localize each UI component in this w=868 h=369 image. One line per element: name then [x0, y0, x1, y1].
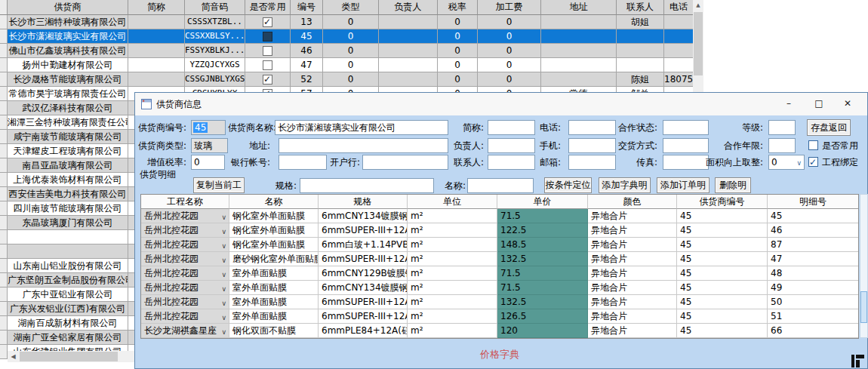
cell-unit[interactable]: m²: [408, 295, 497, 309]
save-return-button[interactable]: 存盘返回: [807, 119, 851, 136]
email-field[interactable]: [568, 155, 616, 170]
cell-price[interactable]: 71.5: [497, 209, 588, 223]
common-checkbox[interactable]: [263, 46, 272, 56]
cell-color[interactable]: 异地合片: [588, 252, 677, 266]
delete-detail-button[interactable]: 删除明细: [715, 177, 751, 193]
cell-color[interactable]: 异地合片: [588, 281, 677, 295]
cell-color[interactable]: 异地合片: [588, 209, 677, 223]
spec-filter-input[interactable]: [300, 178, 434, 193]
col-name[interactable]: 名称: [229, 195, 319, 209]
project-dropdown-cell[interactable]: 岳州北控花园: [141, 209, 229, 223]
cell-name[interactable]: 钢化室外单面贴膜: [229, 238, 319, 252]
cell-supplier[interactable]: 山东南山铝业股份有限公司: [8, 259, 128, 273]
cell-supplier[interactable]: 长沙市三湘特种玻璃有限公司: [8, 15, 128, 29]
cell-supplier[interactable]: 西安佳吉美电力科技有限公司: [8, 187, 128, 201]
col-project[interactable]: 工程名称: [141, 195, 229, 209]
cell-spec[interactable]: 6mmCNY134镀膜钢化: [319, 209, 408, 223]
cell-spec[interactable]: 6mmSUPER-III+12A(硅...: [319, 295, 408, 309]
cell-spec[interactable]: 6mmSUPER-III+12A(硅...: [319, 309, 408, 324]
col-type[interactable]: 类型: [323, 0, 379, 15]
cell-unit[interactable]: m²: [408, 266, 497, 281]
round-up-combobox[interactable]: 0: [768, 155, 805, 170]
cell-supplier-no[interactable]: 45: [677, 223, 768, 238]
detail-row[interactable]: 岳州北控花园 磨砂钢化室外单面贴膜 6mmSUPER-III+12A(硅... …: [141, 252, 858, 266]
col-color[interactable]: 颜色: [588, 195, 677, 209]
cell-unit[interactable]: m²: [408, 223, 497, 238]
cell-price[interactable]: 71.5: [497, 266, 588, 281]
checkbox-icon[interactable]: [808, 157, 818, 167]
cell-detail-no[interactable]: 51: [768, 309, 858, 324]
add-dict-detail-button[interactable]: 添加字典明细: [599, 177, 651, 193]
common-use-checkbox[interactable]: 是否常用: [808, 138, 858, 153]
phone-field[interactable]: [568, 120, 616, 135]
cell-price[interactable]: 71.5: [497, 281, 588, 295]
cell-supplier[interactable]: [8, 230, 128, 244]
cell-price[interactable]: 132.5: [497, 252, 588, 266]
cell-supplier-no[interactable]: 45: [677, 266, 768, 281]
detail-row[interactable]: 岳州北控花园 室外单面贴膜 6mmCNY134镀膜钢化 m² 71.5 异地合片…: [141, 281, 858, 295]
cell-price[interactable]: 148.5: [497, 238, 588, 252]
col-phone[interactable]: 电话: [664, 0, 693, 15]
close-icon[interactable]: ✕: [836, 93, 860, 115]
cell-supplier[interactable]: 湖南百成新材料有限公司: [8, 316, 128, 331]
cell-detail-no[interactable]: 46: [768, 223, 858, 238]
detail-row[interactable]: 岳州北控花园 室外单面贴膜 6mmSUPER-III+12A(硅... m² 1…: [141, 295, 858, 309]
project-dropdown-cell[interactable]: 岳州北控花园: [141, 238, 229, 252]
col-abbr[interactable]: 简称: [128, 0, 185, 15]
cell-price[interactable]: 122.5: [497, 223, 588, 238]
coop-years-field[interactable]: [768, 138, 796, 153]
col-address[interactable]: 地址: [541, 0, 617, 15]
cell-unit[interactable]: m²: [408, 324, 497, 338]
cell-color[interactable]: 异地合片: [588, 324, 677, 338]
cell-spec[interactable]: 6mmSUPER-III+12A(硅...: [319, 223, 408, 238]
col-manager[interactable]: 负责人: [379, 0, 438, 15]
supplier-row[interactable]: 长沙晟格节能玻璃有限公司 CSSGJNBLYXGS 52 0 0 0 陈姐 18…: [0, 72, 693, 87]
supplier-row[interactable]: 扬州中勤建材有限公司 YZZQJCYXGS 47 0 0 0: [0, 58, 693, 72]
cell-supplier-no[interactable]: 45: [677, 309, 768, 324]
cell-spec[interactable]: 6mmPLE84+12A(硅酮胶...: [319, 324, 408, 338]
coop-status-field[interactable]: [663, 120, 709, 135]
cell-detail-no[interactable]: 50: [768, 295, 858, 309]
supplier-name-field[interactable]: [275, 120, 448, 135]
cell-supplier[interactable]: 佛山市亿鑫玻璃科技有限公司: [8, 44, 128, 58]
detail-row[interactable]: 岳州北控花园 室外单面贴膜 6mmSUPER-III+12A(硅... m² 1…: [141, 309, 858, 324]
cell-unit[interactable]: m²: [408, 209, 497, 223]
col-price[interactable]: 单价: [497, 195, 588, 209]
cell-name[interactable]: 室外单面贴膜: [229, 309, 319, 324]
cell-detail-no[interactable]: 45: [768, 209, 858, 223]
cell-supplier[interactable]: 常德市昊宇玻璃有限责任公司: [8, 87, 128, 101]
cell-unit[interactable]: m²: [408, 281, 497, 295]
cell-supplier[interactable]: 上海优泰装饰材料有限公司: [8, 173, 128, 187]
address-field[interactable]: [279, 138, 448, 153]
cell-supplier[interactable]: 咸宁南玻节能玻璃有限公司: [8, 130, 128, 144]
project-dropdown-cell[interactable]: 岳州北控花园: [141, 266, 229, 281]
cell-name[interactable]: 室外单面贴膜: [229, 266, 319, 281]
cell-name[interactable]: 磨砂钢化室外单面贴膜: [229, 252, 319, 266]
mobile-field[interactable]: [568, 138, 616, 153]
cell-supplier-no[interactable]: 45: [677, 252, 768, 266]
cell-supplier-no[interactable]: 45: [677, 281, 768, 295]
supplier-row[interactable]: 佛山市亿鑫玻璃科技有限公司 FSSYXBLKJ... 46 0 0 0: [0, 44, 693, 58]
col-detail-no[interactable]: 明细号: [768, 195, 858, 209]
cell-supplier-no[interactable]: 45: [677, 295, 768, 309]
cell-supplier-no[interactable]: 45: [677, 238, 768, 252]
cell-supplier[interactable]: 广东中亚铝业有限公司: [8, 288, 128, 302]
cell-price[interactable]: 132.5: [497, 295, 588, 309]
cell-supplier[interactable]: 长沙市潇湘玻璃实业有限公司: [8, 29, 128, 44]
maximize-icon[interactable]: □: [807, 93, 831, 115]
dialog-titlebar[interactable]: 供货商信息 – □ ✕: [135, 93, 867, 115]
detail-row[interactable]: 长沙龙湖祺鑫星座 钢化双面不贴膜 6mmPLE84+12A(硅酮胶... m² …: [141, 324, 858, 338]
abbr-field[interactable]: [488, 120, 535, 135]
cell-detail-no[interactable]: 47: [768, 252, 858, 266]
checkbox-icon[interactable]: [808, 140, 818, 150]
cell-unit[interactable]: m²: [408, 309, 497, 324]
detail-row[interactable]: 岳州北控花园 钢化室外单面贴膜 6mm白玻+1.14PVB+6mm... m² …: [141, 238, 858, 252]
col-spec[interactable]: 规格: [319, 195, 408, 209]
cell-supplier[interactable]: 南昌亚晶玻璃有限公司: [8, 158, 128, 173]
cell-supplier[interactable]: 天津耀皮工程玻璃有限公司: [8, 144, 128, 158]
col-code[interactable]: 简音码: [185, 0, 245, 15]
cell-unit[interactable]: m²: [408, 252, 497, 266]
scrollbar-thumb[interactable]: [694, 12, 703, 75]
cell-color[interactable]: 异地合片: [588, 295, 677, 309]
minimize-icon[interactable]: –: [777, 93, 801, 115]
